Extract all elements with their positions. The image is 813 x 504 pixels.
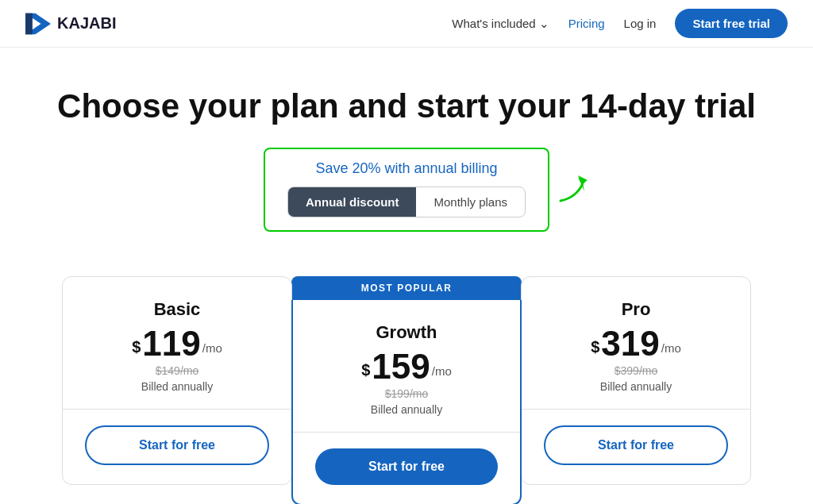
plan-basic-name: Basic <box>85 299 269 320</box>
plan-pro-per: /mo <box>661 341 681 355</box>
plan-basic-card: Basic $ 119 /mo $149/mo Billed annually … <box>62 276 292 485</box>
plan-pro-card: Pro $ 319 /mo $399/mo Billed annually St… <box>521 276 751 485</box>
billing-toggle: Annual discount Monthly plans <box>287 187 526 217</box>
kajabi-logo-icon <box>25 13 51 35</box>
plan-pro-name: Pro <box>544 299 728 320</box>
plan-pro-dollar: $ <box>591 338 599 356</box>
divider <box>63 409 291 410</box>
plan-basic-price-row: $ 119 /mo <box>85 326 269 361</box>
billing-toggle-section: Save 20% with annual billing Annual disc… <box>16 148 797 232</box>
navbar: KAJABI What's included ⌄ Pricing Log in … <box>0 0 813 48</box>
annual-discount-button[interactable]: Annual discount <box>288 187 417 217</box>
plan-growth-per: /mo <box>432 364 452 378</box>
monthly-plans-button[interactable]: Monthly plans <box>416 187 525 217</box>
plan-basic-per: /mo <box>202 341 222 355</box>
start-free-trial-button[interactable]: Start free trial <box>675 9 788 38</box>
hero-section: Choose your plan and start your 14-day t… <box>0 48 813 276</box>
plan-basic-dollar: $ <box>132 338 141 356</box>
logo-text: KAJABI <box>57 14 116 33</box>
popular-badge: MOST POPULAR <box>291 276 522 300</box>
plan-growth-cta-button[interactable]: Start for free <box>315 448 498 485</box>
plan-growth-wrapper: MOST POPULAR Growth $ 159 /mo $199/mo Bi… <box>291 276 522 504</box>
plan-growth-card: Growth $ 159 /mo $199/mo Billed annually… <box>291 300 522 504</box>
nav-login[interactable]: Log in <box>624 17 657 30</box>
plan-pro-original: $399/mo <box>544 364 728 377</box>
svg-marker-1 <box>25 13 33 34</box>
divider <box>293 432 520 433</box>
green-arrow-icon <box>554 169 592 207</box>
plan-pro-cta-button[interactable]: Start for free <box>544 425 728 465</box>
plan-basic-original: $149/mo <box>85 364 269 377</box>
plan-pro-billing: Billed annually <box>544 380 728 393</box>
nav-whats-included[interactable]: What's included ⌄ <box>452 17 549 31</box>
save-text: Save 20% with annual billing <box>315 160 497 177</box>
plan-basic-cta-button[interactable]: Start for free <box>85 425 269 465</box>
nav-pricing[interactable]: Pricing <box>568 17 605 30</box>
plan-growth-amount: 159 <box>372 349 430 384</box>
plan-growth-original: $199/mo <box>315 387 498 400</box>
nav-links: What's included ⌄ Pricing Log in Start f… <box>452 9 788 38</box>
plan-pro-amount: 319 <box>601 326 659 361</box>
plan-growth-dollar: $ <box>361 361 370 379</box>
plan-growth-name: Growth <box>315 322 498 343</box>
plan-basic-billing: Billed annually <box>85 380 269 393</box>
arrow-indicator <box>554 169 592 210</box>
chevron-down-icon: ⌄ <box>539 17 549 31</box>
divider <box>522 409 750 410</box>
plan-growth-billing: Billed annually <box>315 403 498 416</box>
page-title: Choose your plan and start your 14-day t… <box>16 87 797 125</box>
logo: KAJABI <box>25 13 116 35</box>
plan-basic-amount: 119 <box>142 326 200 361</box>
save-badge: Save 20% with annual billing Annual disc… <box>264 148 549 232</box>
plan-pro-price-row: $ 319 /mo <box>544 326 728 361</box>
plan-growth-price-row: $ 159 /mo <box>315 349 498 384</box>
pricing-section: Basic $ 119 /mo $149/mo Billed annually … <box>0 276 813 504</box>
